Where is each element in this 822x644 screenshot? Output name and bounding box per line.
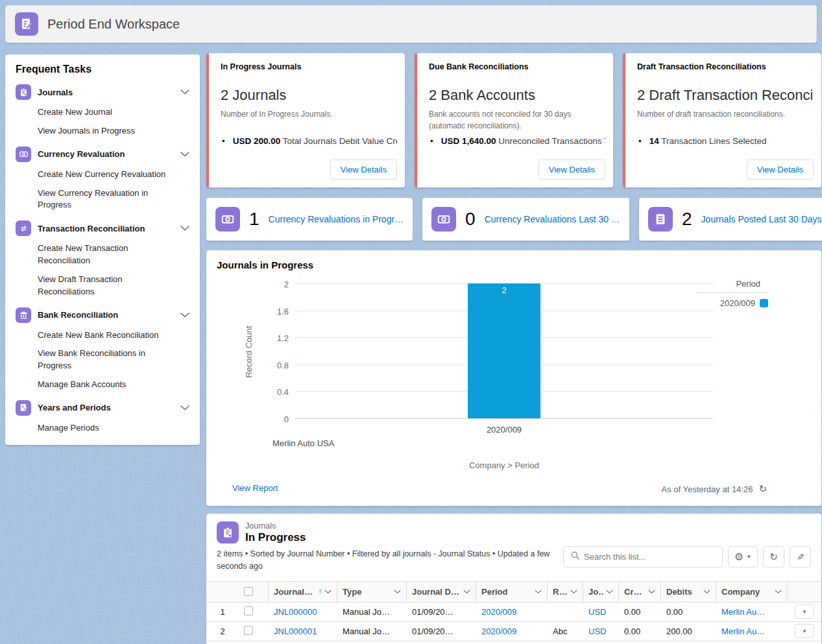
metric-value: 1 <box>249 209 260 230</box>
chevron-down-icon <box>535 590 542 594</box>
list-refresh-button[interactable]: ↻ <box>763 546 784 567</box>
list-view-name[interactable]: In Progress <box>245 531 306 544</box>
chevron-down-icon[interactable] <box>180 226 189 231</box>
view-details-button[interactable]: View Details <box>538 160 605 180</box>
select-all-checkbox[interactable] <box>244 587 253 596</box>
row-number: 2 <box>206 626 239 636</box>
list-search[interactable] <box>563 546 723 567</box>
frequent-tasks-panel: Frequent Tasks Journals Create New Journ… <box>5 54 200 445</box>
list-header: Journals In Progress <box>206 521 821 544</box>
chevron-down-icon[interactable] <box>180 152 189 157</box>
column-header-journal[interactable]: Journal…↑ <box>269 582 337 602</box>
view-details-button[interactable]: View Details <box>747 160 814 180</box>
metric-card-currency-revaluations-in-progress: 1 Currency Revaluations in Progr… <box>206 198 413 241</box>
sidebar-item-create-new-journal[interactable]: Create New Journal <box>38 106 174 119</box>
credits-cell: 0.00 <box>619 626 661 636</box>
sidebar-item-manage-bank-accounts[interactable]: Manage Bank Accounts <box>38 379 174 391</box>
chevron-down-icon[interactable] <box>180 405 189 411</box>
sidebar-group-years-and-periods[interactable]: Years and Periods <box>16 400 189 416</box>
sort-ascending-icon: ↑ <box>318 587 322 596</box>
currency-link[interactable]: USD <box>588 607 606 617</box>
kpi-headline: 2 Journals <box>221 87 396 104</box>
journal-number-link[interactable]: JNL000000 <box>274 607 317 617</box>
sidebar-item-manage-periods[interactable]: Manage Periods <box>38 422 174 435</box>
sidebar-item-create-new-transaction-reconciliation[interactable]: Create New Transaction Reconciliation <box>38 243 174 267</box>
metric-link[interactable]: Currency Revaluations Last 30 … <box>485 214 620 224</box>
pencil-icon: ✎ <box>797 552 804 562</box>
chart-plot: 00.40.81.21.6222020/009 <box>295 284 713 419</box>
column-header-jo[interactable]: Jo… <box>583 582 619 602</box>
currency-link[interactable]: USD <box>588 626 606 636</box>
journal-document-icon <box>648 207 673 232</box>
list-settings-button[interactable]: ⚙▼ <box>728 546 758 567</box>
journals-icon <box>217 521 239 543</box>
journals-icon <box>16 84 31 100</box>
company-link[interactable]: Merlin Au… <box>721 607 765 617</box>
view-details-button[interactable]: View Details <box>330 160 397 180</box>
chart-bar[interactable]: 2 <box>468 283 540 418</box>
chart-group-label: Merlin Auto USA <box>272 438 334 448</box>
kpi-bullet: 14 Transaction Lines Selected <box>638 136 814 146</box>
list-entity-label: Journals <box>245 521 306 531</box>
column-header-journal-date[interactable]: Journal D… <box>407 582 476 602</box>
sidebar-item-view-currency-revaluation-in-progress[interactable]: View Currency Revaluation in Progress <box>38 187 174 212</box>
currency-icon <box>431 207 456 232</box>
kpi-description: Bank accounts not reconciled for 30 days… <box>429 108 601 132</box>
metric-link[interactable]: Journals Posted Last 30 Days <box>701 214 822 224</box>
chart-title: Journals in Progress <box>217 259 313 270</box>
row-checkbox[interactable] <box>244 606 253 615</box>
row-checkbox[interactable] <box>244 626 253 635</box>
column-header-company[interactable]: Company <box>716 582 788 602</box>
column-header-cr[interactable]: Cr… <box>619 582 661 602</box>
kpi-headline: 2 Draft Transaction Reconci… <box>637 87 812 104</box>
column-header-period[interactable]: Period <box>476 582 548 602</box>
chevron-down-icon <box>394 590 401 594</box>
journals-in-progress-list-card: Journals In Progress 2 items • Sorted by… <box>206 514 821 644</box>
kpi-card-draft-transaction-reconciliations: Draft Transaction Reconciliations 2 Draf… <box>623 53 821 187</box>
frequent-tasks-title: Frequent Tasks <box>16 64 189 75</box>
column-header-type[interactable]: Type <box>337 582 407 602</box>
chevron-down-icon[interactable] <box>180 313 189 318</box>
list-summary: 2 items • Sorted by Journal Number • Fil… <box>206 544 576 580</box>
row-actions-button[interactable]: ▼ <box>795 624 814 638</box>
sidebar-item-create-new-currency-revaluation[interactable]: Create New Currency Revaluation <box>38 169 174 181</box>
search-icon <box>570 551 580 563</box>
app-header: Period End Workspace <box>5 5 817 43</box>
row-checkbox-cell <box>239 626 269 637</box>
sidebar-item-view-journals-in-progress[interactable]: View Journals in Progress <box>38 125 174 137</box>
sidebar-group-transaction-reconciliation[interactable]: Transaction Reconciliation <box>16 221 189 236</box>
refresh-icon: ↻ <box>769 551 778 563</box>
sidebar-item-view-bank-reconciliations-in-progress[interactable]: View Bank Reconciliations in Progress <box>38 348 174 372</box>
chevron-down-icon[interactable] <box>180 89 189 95</box>
company-link[interactable]: Merlin Au… <box>721 626 765 636</box>
metric-value: 2 <box>682 209 692 230</box>
sidebar-group-label: Journals <box>38 88 174 97</box>
metric-link[interactable]: Currency Revaluations in Progr… <box>269 214 404 224</box>
kpi-bullet: USD 200.00 Total Journals Debit Value Cr… <box>222 136 397 146</box>
sidebar-group-bank-reconciliation[interactable]: Bank Reconciliation <box>16 307 189 323</box>
period-link[interactable]: 2020/009 <box>481 607 516 617</box>
row-actions-button[interactable]: ▼ <box>795 604 814 619</box>
table-row: 2 JNL000001 Manual Jo… 01/09/20… 2020/00… <box>206 622 821 641</box>
sidebar-group-label: Transaction Reconciliation <box>38 224 174 233</box>
journal-number-link[interactable]: JNL000001 <box>274 626 317 636</box>
column-header-r[interactable]: R… <box>548 582 583 602</box>
sidebar-group-currency-revaluation[interactable]: Currency Revaluation <box>16 147 189 162</box>
period-link[interactable]: 2020/009 <box>481 626 516 636</box>
sidebar-item-create-new-bank-reconciliation[interactable]: Create New Bank Reconciliation <box>38 329 174 342</box>
column-header-debits[interactable]: Debits <box>661 582 716 602</box>
view-report-link[interactable]: View Report <box>232 483 278 493</box>
kpi-title: Due Bank Reconciliations <box>429 62 604 71</box>
kpi-row: In Progress Journals 2 Journals Number o… <box>206 53 821 187</box>
legend-title: Period <box>697 279 768 293</box>
chevron-down-icon <box>324 590 332 594</box>
refresh-icon[interactable]: ↻ <box>758 483 767 495</box>
type-cell: Manual Jo… <box>337 607 407 617</box>
sidebar-item-view-draft-transaction-reconciliations[interactable]: View Draft Transaction Reconciliations <box>38 274 174 298</box>
kpi-card-due-bank-reconciliations: Due Bank Reconciliations 2 Bank Accounts… <box>415 53 613 187</box>
search-input[interactable] <box>584 552 716 562</box>
list-edit-button[interactable]: ✎ <box>790 546 811 567</box>
kpi-title: Draft Transaction Reconciliations <box>637 62 812 71</box>
legend-entry[interactable]: 2020/009 <box>697 298 768 308</box>
sidebar-group-journals[interactable]: Journals <box>16 84 189 100</box>
